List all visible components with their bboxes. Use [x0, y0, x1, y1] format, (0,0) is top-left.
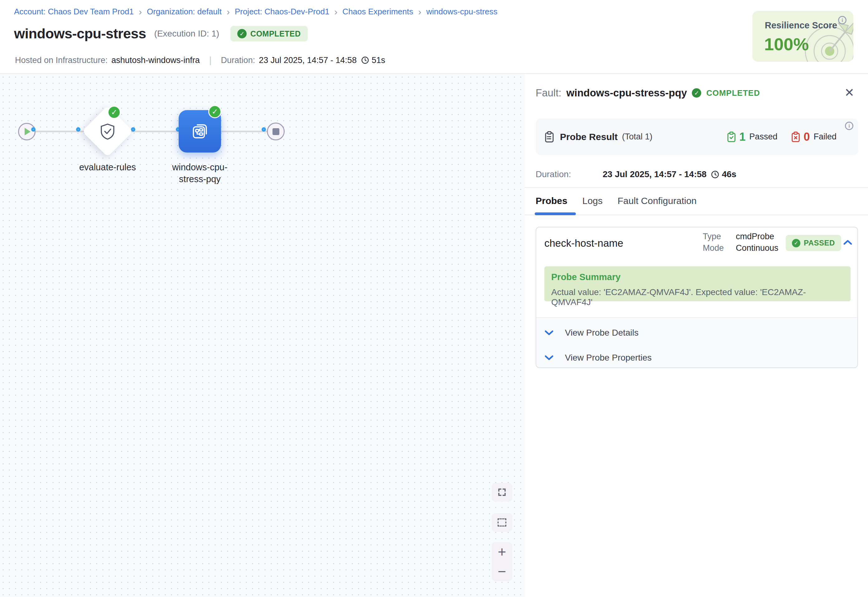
zoom-in-button[interactable]: + — [492, 542, 512, 562]
breadcrumb-separator-icon: › — [334, 8, 337, 16]
pipeline-edge — [27, 131, 276, 132]
clipboard-x-icon — [791, 131, 800, 143]
execution-info-row: Hosted on Infrastructure: ashutosh-windo… — [15, 55, 385, 65]
tabs-border — [525, 215, 868, 215]
resilience-score-value: 100% — [764, 34, 809, 54]
tab-fault-configuration[interactable]: Fault Configuration — [618, 196, 696, 212]
probe-card: check-host-name Type cmdProbe Mode Conti… — [536, 227, 858, 368]
probe-status-badge: ✓ PASSED — [786, 235, 841, 251]
probe-result-total: (Total 1) — [622, 132, 653, 142]
zoom-out-button[interactable]: − — [492, 562, 512, 581]
tab-probes[interactable]: Probes — [536, 196, 567, 212]
panel-duration-seconds: 46s — [722, 169, 736, 179]
passed-label: Passed — [749, 132, 777, 142]
probe-summary-text: Actual value: 'EC2AMAZ-QMVAF4J'. Expecte… — [551, 287, 844, 307]
passed-count: 1 — [739, 131, 745, 144]
connector-point — [31, 127, 36, 132]
probe-mode-value: Continuous — [736, 243, 779, 253]
fullscreen-icon — [497, 487, 507, 497]
pipeline-end-node[interactable] — [267, 123, 284, 140]
breadcrumb-separator-icon: › — [139, 8, 142, 16]
fault-label: Fault: — [536, 87, 561, 99]
execution-id: (Execution ID: 1) — [154, 29, 219, 39]
breadcrumb-account[interactable]: Account: Chaos Dev Team Prod1 — [14, 7, 134, 16]
breadcrumb-current[interactable]: windows-cpu-stress — [426, 7, 497, 16]
probe-summary-box: Probe Summary Actual value: 'EC2AMAZ-QMV… — [544, 266, 850, 301]
probe-summary-title: Probe Summary — [551, 272, 844, 282]
node-label-fault-line2: stress-pqy — [159, 173, 240, 185]
probe-type-label: Type — [703, 232, 728, 241]
zoom-controls: + − — [492, 542, 512, 581]
panel-tabs: Probes Logs Fault Configuration — [536, 196, 696, 212]
fault-status: COMPLETED — [706, 88, 760, 98]
node-label-fault: windows-cpu- stress-pqy — [159, 161, 240, 185]
clipboard-check-icon — [727, 131, 736, 143]
shield-check-icon — [100, 123, 116, 140]
node-label-evaluate-rules: evaluate-rules — [67, 161, 148, 173]
failed-label: Failed — [813, 132, 837, 142]
infra-value: ashutosh-windows-infra — [111, 55, 200, 65]
view-probe-details-label: View Probe Details — [565, 328, 638, 338]
probe-result-card: Probe Result (Total 1) 1 Passed 0 Failed… — [536, 119, 858, 155]
play-icon — [25, 128, 31, 135]
breadcrumb-chaos-experiments[interactable]: Chaos Experiments — [342, 7, 413, 16]
pipeline-start-node[interactable] — [18, 123, 36, 140]
breadcrumb: Account: Chaos Dev Team Prod1 › Organiza… — [14, 7, 498, 16]
view-probe-properties-label: View Probe Properties — [565, 353, 652, 363]
probe-meta: Type cmdProbe Mode Continuous — [703, 232, 779, 253]
pipeline-canvas[interactable]: ✓ ✓ evaluate-rules windows-cpu- stress-p… — [0, 74, 525, 597]
active-tab-indicator — [535, 212, 576, 215]
check-circle-icon: ✓ — [237, 29, 247, 39]
panel-duration-value: 23 Jul 2025, 14:57 - 14:58 — [603, 169, 707, 179]
view-probe-properties-button[interactable]: View Probe Properties — [544, 353, 652, 363]
tab-logs[interactable]: Logs — [582, 196, 603, 212]
breadcrumb-separator-icon: › — [418, 8, 421, 16]
panel-duration-label: Duration: — [536, 169, 603, 179]
check-circle-icon: ✓ — [792, 239, 800, 247]
info-icon[interactable]: i — [845, 122, 853, 130]
stop-icon — [273, 128, 279, 135]
breadcrumb-project[interactable]: Project: Chaos-Dev-Prod1 — [235, 7, 329, 16]
fullscreen-button[interactable] — [492, 483, 512, 502]
fault-name: windows-cpu-stress-pqy — [566, 87, 687, 99]
duration-value: 23 Jul 2025, 14:57 - 14:58 — [259, 55, 357, 65]
fault-details-panel: Fault: windows-cpu-stress-pqy ✓ COMPLETE… — [525, 74, 868, 597]
duration-label: Duration: — [221, 55, 255, 65]
probe-name: check-host-name — [544, 238, 623, 249]
probe-status-label: PASSED — [804, 239, 835, 247]
clock-icon — [361, 56, 369, 64]
experiment-icon — [190, 121, 210, 142]
vertical-divider: | — [209, 55, 212, 65]
page-title: windows-cpu-stress — [14, 25, 146, 42]
view-probe-details-button[interactable]: View Probe Details — [544, 328, 638, 338]
close-icon[interactable]: ✕ — [844, 86, 854, 100]
marquee-select-icon — [498, 518, 506, 527]
failed-count: 0 — [803, 131, 810, 144]
infra-label: Hosted on Infrastructure: — [15, 55, 108, 65]
clipboard-icon — [544, 131, 554, 143]
probe-type-value: cmdProbe — [736, 232, 779, 241]
probe-expanders: View Probe Details View Probe Properties — [536, 317, 858, 368]
connector-point — [76, 127, 80, 132]
probe-result-title: Probe Result — [560, 132, 618, 142]
probe-mode-label: Mode — [703, 243, 728, 253]
status-badge: ✓ COMPLETED — [230, 26, 307, 42]
page-header: Account: Chaos Dev Team Prod1 › Organiza… — [0, 0, 868, 74]
resilience-score-card: Resilience Score 100% i — [752, 11, 853, 62]
chevron-down-icon — [544, 355, 554, 361]
chevron-up-icon — [843, 239, 852, 245]
connector-point — [131, 127, 135, 132]
breadcrumb-separator-icon: › — [227, 8, 230, 16]
collapse-probe-button[interactable] — [843, 239, 852, 245]
chevron-down-icon — [544, 330, 554, 336]
marquee-select-button[interactable] — [492, 513, 512, 532]
node-success-badge-icon: ✓ — [108, 106, 121, 119]
divider — [525, 187, 868, 188]
status-badge-label: COMPLETED — [250, 29, 301, 39]
duration-seconds: 51s — [372, 55, 385, 65]
connector-point — [262, 127, 266, 132]
resilience-score-title: Resilience Score — [765, 20, 837, 31]
info-icon[interactable]: i — [838, 16, 846, 24]
node-success-badge-icon: ✓ — [208, 105, 221, 118]
breadcrumb-organization[interactable]: Organization: default — [147, 7, 222, 16]
